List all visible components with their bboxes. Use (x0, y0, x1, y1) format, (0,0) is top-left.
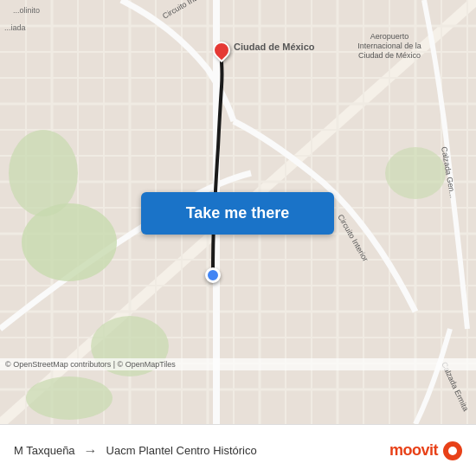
footer-from: M Taxqueña (14, 444, 75, 457)
svg-point-39 (385, 147, 446, 199)
destination-marker (213, 42, 230, 59)
svg-point-36 (9, 130, 78, 216)
take-me-there-button[interactable]: Take me there (141, 192, 334, 235)
origin-marker (205, 267, 221, 283)
footer-to: Uacm Plantel Centro Histórico (106, 444, 257, 457)
moovit-logo: moovit (389, 441, 462, 460)
svg-text:...olinito: ...olinito (13, 6, 40, 15)
osm-credit: © OpenStreetMap contributors | © OpenMap… (0, 358, 476, 370)
svg-point-38 (26, 376, 113, 420)
svg-text:Ciudad de México: Ciudad de México (358, 51, 421, 60)
footer-arrow: → (84, 443, 98, 459)
svg-text:Internacional de la: Internacional de la (357, 42, 421, 50)
svg-text:Ciudad de México: Ciudad de México (234, 42, 315, 52)
svg-text:Aeropuerto: Aeropuerto (370, 32, 409, 41)
map-container: Ciudad de México Circuito Interior Circu… (0, 0, 476, 424)
footer-bar: M Taxqueña → Uacm Plantel Centro Históri… (0, 424, 476, 476)
svg-text:...iada: ...iada (4, 23, 26, 32)
